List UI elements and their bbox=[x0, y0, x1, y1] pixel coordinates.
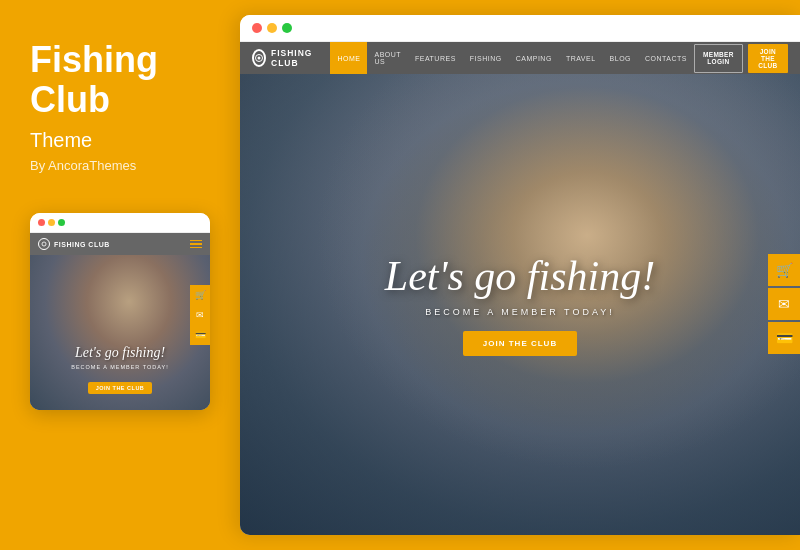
mobile-logo-icon bbox=[38, 238, 50, 250]
desktop-mockup: FISHING CLUB HOME ABOUT US FEATURES FISH… bbox=[240, 15, 800, 535]
mobile-traffic-lights bbox=[38, 219, 65, 226]
mobile-hero-title: Let's go fishing! bbox=[71, 345, 169, 361]
nav-link-travel[interactable]: TRAVEL bbox=[559, 42, 603, 74]
svg-point-0 bbox=[42, 242, 46, 246]
desktop-logo-icon bbox=[252, 49, 266, 67]
mobile-dot-yellow bbox=[48, 219, 55, 226]
nav-link-fishing[interactable]: FISHING bbox=[463, 42, 509, 74]
desktop-browser-bar bbox=[240, 15, 800, 42]
mobile-mockup: FISHING CLUB Let's go fishing! BECOME A … bbox=[30, 213, 210, 410]
author-credit: By AncoraThemes bbox=[30, 158, 210, 173]
page-title: FishingClub bbox=[30, 40, 210, 119]
desktop-dot-red bbox=[252, 23, 262, 33]
desktop-hero: Let's go fishing! BECOME A MEMBER TODAY!… bbox=[240, 74, 800, 535]
mobile-dot-green bbox=[58, 219, 65, 226]
desktop-join-button[interactable]: JOIN THE CLUB bbox=[463, 331, 577, 356]
desktop-sidebar-icons: 🛒 ✉ 💳 bbox=[768, 254, 800, 356]
desktop-card-icon[interactable]: 💳 bbox=[768, 322, 800, 354]
desktop-cart-icon[interactable]: 🛒 bbox=[768, 254, 800, 286]
mobile-hero: Let's go fishing! BECOME A MEMBER TODAY!… bbox=[30, 255, 210, 410]
mobile-envelope-icon[interactable]: ✉ bbox=[190, 305, 210, 325]
desktop-hero-content: Let's go fishing! BECOME A MEMBER TODAY!… bbox=[385, 253, 655, 356]
member-login-button[interactable]: MEMBER LOGIN bbox=[694, 44, 743, 73]
nav-link-features[interactable]: FEATURES bbox=[408, 42, 463, 74]
desktop-navbar: FISHING CLUB HOME ABOUT US FEATURES FISH… bbox=[240, 42, 800, 74]
desktop-nav-buttons: MEMBER LOGIN JOIN THE CLUB bbox=[694, 44, 788, 73]
nav-link-camping[interactable]: CAMPING bbox=[509, 42, 559, 74]
mobile-sidebar-icons: 🛒 ✉ 💳 bbox=[190, 285, 210, 345]
svg-point-2 bbox=[258, 57, 261, 60]
desktop-logo-text: FISHING CLUB bbox=[271, 48, 316, 68]
mobile-hero-content: Let's go fishing! BECOME A MEMBER TODAY!… bbox=[71, 345, 169, 394]
nav-link-about[interactable]: ABOUT US bbox=[367, 42, 408, 74]
mobile-header-bar bbox=[30, 213, 210, 233]
desktop-traffic-lights bbox=[252, 23, 292, 33]
desktop-dot-green bbox=[282, 23, 292, 33]
mobile-logo: FISHING CLUB bbox=[38, 238, 110, 250]
mobile-dot-red bbox=[38, 219, 45, 226]
join-club-nav-button[interactable]: JOIN THE CLUB bbox=[748, 44, 788, 73]
desktop-envelope-icon[interactable]: ✉ bbox=[768, 288, 800, 320]
nav-link-blog[interactable]: BLOG bbox=[603, 42, 638, 74]
mobile-nav: FISHING CLUB bbox=[30, 233, 210, 255]
nav-link-contacts[interactable]: CONTACTS bbox=[638, 42, 694, 74]
desktop-hero-title: Let's go fishing! bbox=[385, 253, 655, 299]
mobile-cart-icon[interactable]: 🛒 bbox=[190, 285, 210, 305]
mobile-join-button[interactable]: JOIN THE CLUB bbox=[88, 382, 153, 394]
mobile-hero-subtitle: BECOME A MEMBER TODAY! bbox=[71, 364, 169, 370]
hamburger-menu-icon[interactable] bbox=[190, 240, 202, 249]
left-panel: FishingClub Theme By AncoraThemes FISHIN… bbox=[0, 0, 240, 550]
nav-link-home[interactable]: HOME bbox=[330, 42, 367, 74]
desktop-hero-subtitle: BECOME A MEMBER TODAY! bbox=[385, 307, 655, 317]
desktop-logo: FISHING CLUB bbox=[252, 48, 316, 68]
desktop-dot-yellow bbox=[267, 23, 277, 33]
page-subtitle: Theme bbox=[30, 129, 210, 152]
desktop-nav-links: HOME ABOUT US FEATURES FISHING CAMPING T… bbox=[330, 42, 694, 74]
mobile-card-icon[interactable]: 💳 bbox=[190, 325, 210, 345]
